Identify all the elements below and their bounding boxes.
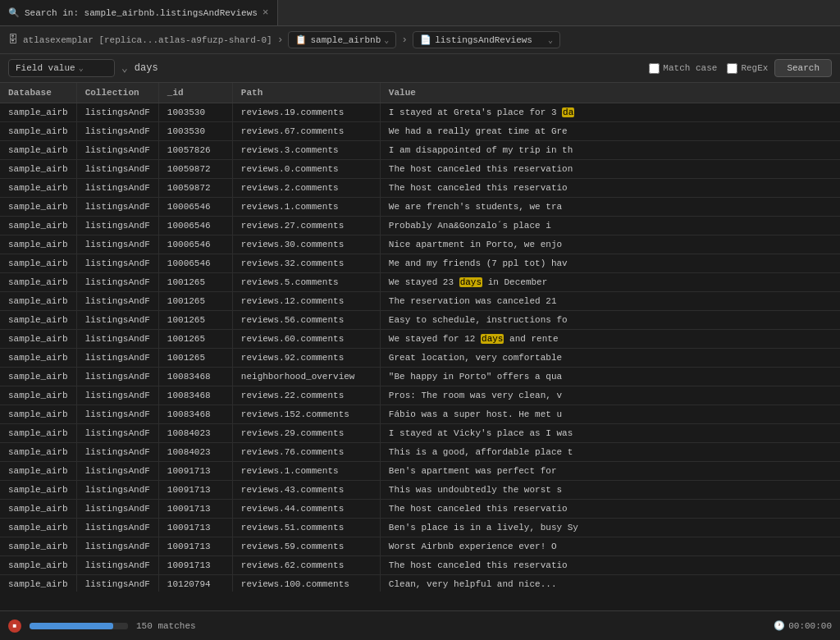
match-case-option[interactable]: Match case — [649, 63, 717, 74]
col-id: _id — [158, 83, 232, 103]
field-label: Field value — [16, 63, 75, 73]
cell-path: reviews.67.comments — [232, 122, 380, 141]
cell-collection: listingsAndF — [76, 254, 158, 273]
cell-value: Worst Airbnb experience ever! O — [380, 537, 840, 556]
cell-collection: listingsAndF — [76, 349, 158, 368]
cell-collection: listingsAndF — [76, 122, 158, 141]
cell-database: sample_airb — [0, 198, 76, 217]
cell-collection: listingsAndF — [76, 443, 158, 462]
table-row[interactable]: sample_airblistingsAndF10006546reviews.3… — [0, 254, 840, 273]
table-row[interactable]: sample_airblistingsAndF10091713reviews.6… — [0, 556, 840, 575]
table-row[interactable]: sample_airblistingsAndF1001265reviews.5.… — [0, 273, 840, 292]
table-row[interactable]: sample_airblistingsAndF1001265reviews.56… — [0, 311, 840, 330]
field-type-selector[interactable]: Field value ⌄ — [8, 59, 115, 77]
table-row[interactable]: sample_airblistingsAndF10057826reviews.3… — [0, 141, 840, 160]
table-row[interactable]: sample_airblistingsAndF10091713reviews.4… — [0, 500, 840, 519]
table-row[interactable]: sample_airblistingsAndF10083468reviews.2… — [0, 386, 840, 405]
cell-collection: listingsAndF — [76, 537, 158, 556]
cell-database: sample_airb — [0, 122, 76, 141]
cell-path: reviews.51.comments — [232, 519, 380, 537]
cell-database: sample_airb — [0, 500, 76, 519]
table-row[interactable]: sample_airblistingsAndF1001265reviews.60… — [0, 330, 840, 349]
match-case-checkbox[interactable] — [649, 63, 660, 74]
cell-value: I am disappointed of my trip in th — [380, 141, 840, 160]
cell-database: sample_airb — [0, 160, 76, 179]
collection-selector[interactable]: 📄 listingsAndReviews ⌄ — [413, 31, 560, 48]
cell-database: sample_airb — [0, 311, 76, 330]
table-row[interactable]: sample_airblistingsAndF10084023reviews.2… — [0, 424, 840, 443]
cell-database: sample_airb — [0, 141, 76, 160]
regex-label: RegEx — [741, 63, 768, 73]
table-row[interactable]: sample_airblistingsAndF10120794reviews.1… — [0, 575, 840, 592]
cell-id: 10084023 — [158, 424, 232, 443]
cell-collection: listingsAndF — [76, 217, 158, 235]
cell-database: sample_airb — [0, 556, 76, 575]
cell-path: reviews.3.comments — [232, 141, 380, 160]
table-row[interactable]: sample_airblistingsAndF10083468neighborh… — [0, 368, 840, 386]
search-bar: Field value ⌄ ⌄ Match case RegEx Search — [0, 54, 840, 83]
cell-database: sample_airb — [0, 537, 76, 556]
table-row[interactable]: sample_airblistingsAndF1003530reviews.19… — [0, 103, 840, 122]
cell-collection: listingsAndF — [76, 198, 158, 217]
table-row[interactable]: sample_airblistingsAndF10006546reviews.2… — [0, 217, 840, 235]
table-row[interactable]: sample_airblistingsAndF10091713reviews.5… — [0, 519, 840, 537]
table-row[interactable]: sample_airblistingsAndF10006546reviews.3… — [0, 235, 840, 254]
regex-checkbox[interactable] — [727, 63, 737, 74]
cell-path: reviews.62.comments — [232, 556, 380, 575]
cell-id: 10083468 — [158, 405, 232, 424]
db-selector[interactable]: 📋 sample_airbnb ⌄ — [288, 31, 396, 48]
cell-value: "Be happy in Porto" offers a qua — [380, 368, 840, 386]
cell-value: Ben's apartment was perfect for — [380, 462, 840, 481]
cell-database: sample_airb — [0, 330, 76, 349]
tab-close-button[interactable]: × — [262, 7, 269, 19]
table-row[interactable]: sample_airblistingsAndF10091713reviews.4… — [0, 481, 840, 500]
cell-id: 10006546 — [158, 235, 232, 254]
cell-value: Great location, very comfortable — [380, 349, 840, 368]
db-collection-icon: 📋 — [295, 34, 307, 45]
cell-collection: listingsAndF — [76, 103, 158, 122]
cell-collection: listingsAndF — [76, 519, 158, 537]
cell-path: reviews.1.comments — [232, 462, 380, 481]
progress-fill — [30, 623, 113, 629]
search-tab[interactable]: 🔍 Search in: sample_airbnb.listingsAndRe… — [0, 0, 278, 25]
cell-collection: listingsAndF — [76, 405, 158, 424]
cell-collection: listingsAndF — [76, 500, 158, 519]
stop-button[interactable]: ■ — [8, 619, 21, 633]
table-row[interactable]: sample_airblistingsAndF1001265reviews.12… — [0, 292, 840, 311]
cell-path: reviews.59.comments — [232, 537, 380, 556]
search-input[interactable] — [135, 62, 643, 74]
tab-bar: 🔍 Search in: sample_airbnb.listingsAndRe… — [0, 0, 840, 26]
table-row[interactable]: sample_airblistingsAndF10006546reviews.1… — [0, 198, 840, 217]
table-row[interactable]: sample_airblistingsAndF10059872reviews.2… — [0, 179, 840, 198]
cell-id: 1003530 — [158, 122, 232, 141]
cell-value: Probably Ana&Gonzalo´s place i — [380, 217, 840, 235]
table-row[interactable]: sample_airblistingsAndF10083468reviews.1… — [0, 405, 840, 424]
table-row[interactable]: sample_airblistingsAndF10059872reviews.0… — [0, 160, 840, 179]
table-row[interactable]: sample_airblistingsAndF10084023reviews.7… — [0, 443, 840, 462]
cell-id: 10059872 — [158, 179, 232, 198]
cell-collection: listingsAndF — [76, 179, 158, 198]
cell-database: sample_airb — [0, 273, 76, 292]
cell-id: 10057826 — [158, 141, 232, 160]
table-row[interactable]: sample_airblistingsAndF1001265reviews.92… — [0, 349, 840, 368]
db-path: 🗄 atlasexemplar [replica...atlas-a9fuzp-… — [8, 31, 832, 48]
table-row[interactable]: sample_airblistingsAndF10091713reviews.1… — [0, 462, 840, 481]
cell-collection: listingsAndF — [76, 141, 158, 160]
table-row[interactable]: sample_airblistingsAndF1003530reviews.67… — [0, 122, 840, 141]
timer: 🕐 00:00:00 — [774, 620, 832, 631]
table-row[interactable]: sample_airblistingsAndF10091713reviews.5… — [0, 537, 840, 556]
field-dropdown-icon[interactable]: ⌄ — [121, 62, 128, 75]
search-button[interactable]: Search — [774, 59, 832, 77]
cell-database: sample_airb — [0, 424, 76, 443]
path-arrow: › — [277, 34, 284, 46]
cell-id: 10083468 — [158, 386, 232, 405]
cell-value: I stayed at Greta's place for 3 da — [380, 103, 840, 122]
cell-id: 10084023 — [158, 443, 232, 462]
cell-path: reviews.43.comments — [232, 481, 380, 500]
table-header: Database Collection _id Path Value — [0, 83, 840, 103]
regex-option[interactable]: RegEx — [727, 63, 768, 74]
col-path: Path — [232, 83, 380, 103]
cell-database: sample_airb — [0, 462, 76, 481]
cell-collection: listingsAndF — [76, 160, 158, 179]
db-icon: 🗄 — [8, 34, 18, 46]
